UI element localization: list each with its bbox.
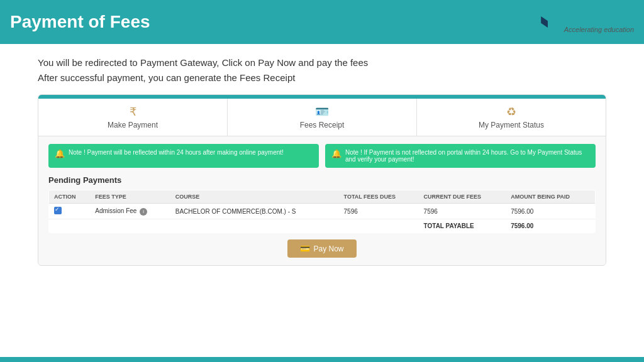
description: You will be redirected to Payment Gatewa… xyxy=(38,55,606,85)
note-text-1: Note ! Payment will be reflected within … xyxy=(69,149,284,156)
note-text-2: Note ! If Payment is not reflected on po… xyxy=(345,149,589,163)
pending-payments-title: Pending Payments xyxy=(48,175,596,185)
fees-table: ACTION FEES TYPE COURSE TOTAL FEES DUES … xyxy=(48,190,596,233)
row-action xyxy=(49,204,91,219)
description-line2: After successful payment, you can genera… xyxy=(38,70,606,85)
receipt-icon: 🪪 xyxy=(315,105,329,119)
pay-icon: 💳 xyxy=(300,244,310,253)
row-current-due: 7596 xyxy=(419,204,506,219)
bell-icon-1: 🔔 xyxy=(55,149,65,158)
window-body: 🔔 Note ! Payment will be reflected withi… xyxy=(38,136,606,265)
row-fees-type: Admission Fee i xyxy=(90,204,170,219)
notes-row: 🔔 Note ! Payment will be reflected withi… xyxy=(48,144,596,168)
pay-now-button[interactable]: 💳 Pay Now xyxy=(287,239,356,258)
col-course: COURSE xyxy=(170,190,339,204)
app-window: ₹ Make Payment 🪪 Fees Receipt ♻ My Payme… xyxy=(38,94,606,266)
logo-name: MasterSoft xyxy=(564,11,629,26)
row-amount-paid: 7596.00 xyxy=(506,204,595,219)
tab-payment-status[interactable]: ♻ My Payment Status xyxy=(417,99,606,136)
checkbox[interactable] xyxy=(54,207,62,214)
total-label: TOTAL PAYABLE xyxy=(419,219,506,233)
main-content: You will be redirected to Payment Gatewa… xyxy=(0,44,644,266)
tab-fees-receipt-label: Fees Receipt xyxy=(300,121,345,129)
logo-icon xyxy=(536,11,559,33)
tabs-row: ₹ Make Payment 🪪 Fees Receipt ♻ My Payme… xyxy=(38,99,606,136)
row-total-fees: 7596 xyxy=(339,204,419,219)
col-current-due: CURRENT DUE FEES xyxy=(419,190,506,204)
header: Payment of Fees MasterSoft Accelerating … xyxy=(0,0,644,44)
tab-make-payment[interactable]: ₹ Make Payment xyxy=(38,99,228,136)
total-value: 7596.00 xyxy=(506,219,595,233)
info-icon: i xyxy=(140,208,147,216)
description-line1: You will be redirected to Payment Gatewa… xyxy=(38,55,606,70)
note-box-2: 🔔 Note ! If Payment is not reflected on … xyxy=(325,144,596,168)
bell-icon-2: 🔔 xyxy=(331,149,341,158)
tab-make-payment-label: Make Payment xyxy=(108,121,158,129)
logo: MasterSoft Accelerating education xyxy=(536,11,634,33)
tab-fees-receipt[interactable]: 🪪 Fees Receipt xyxy=(228,99,417,136)
col-action: ACTION xyxy=(49,190,91,204)
recycle-icon: ♻ xyxy=(506,105,516,119)
col-total-fees: TOTAL FEES DUES xyxy=(339,190,419,204)
rupee-icon: ₹ xyxy=(130,105,136,119)
pay-now-label: Pay Now xyxy=(313,244,343,253)
logo-text: MasterSoft Accelerating education xyxy=(564,11,634,33)
note-box-1: 🔔 Note ! Payment will be reflected withi… xyxy=(48,144,319,168)
bottom-bar xyxy=(0,357,644,362)
col-amount-paid: AMOUNT BEING PAID xyxy=(506,190,595,204)
row-course: BACHELOR OF COMMERCE(B.COM.) - S xyxy=(170,204,339,219)
col-fees-type: FEES TYPE xyxy=(90,190,170,204)
logo-tagline: Accelerating education xyxy=(564,26,634,33)
page-title: Payment of Fees xyxy=(10,12,150,32)
total-row: TOTAL PAYABLE 7596.00 xyxy=(49,219,596,233)
table-row: Admission Fee i BACHELOR OF COMMERCE(B.C… xyxy=(49,204,596,219)
tab-payment-status-label: My Payment Status xyxy=(479,121,544,129)
pay-now-row: 💳 Pay Now xyxy=(48,239,596,258)
